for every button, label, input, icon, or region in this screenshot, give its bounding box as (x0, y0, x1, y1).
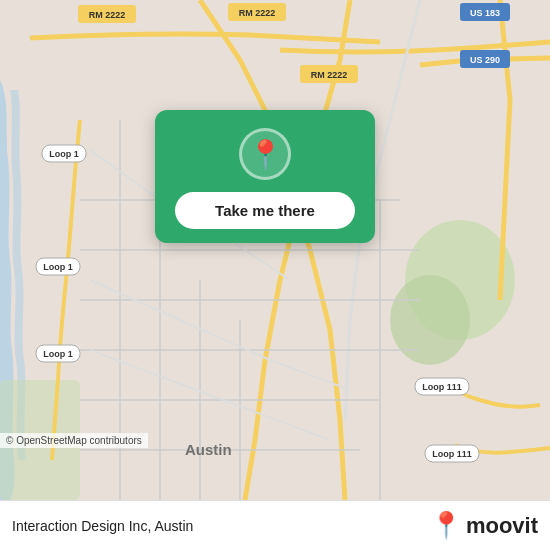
attribution-text: © OpenStreetMap contributors (6, 435, 142, 446)
svg-text:Loop 1: Loop 1 (43, 349, 73, 359)
svg-text:US 290: US 290 (470, 55, 500, 65)
location-pin-icon: 📍 (248, 138, 283, 171)
bottom-bar: Interaction Design Inc, Austin 📍 moovit (0, 500, 550, 550)
svg-point-2 (390, 275, 470, 365)
moovit-logo: 📍 moovit (430, 510, 538, 541)
map-background: RM 2222 RM 2222 RM 2222 US 183 US 290 Lo… (0, 0, 550, 500)
map-attribution: © OpenStreetMap contributors (0, 433, 148, 448)
location-icon-wrap: 📍 (239, 128, 291, 180)
svg-text:Loop 1: Loop 1 (43, 262, 73, 272)
popup-card: 📍 Take me there (155, 110, 375, 243)
svg-text:Loop 111: Loop 111 (422, 382, 462, 392)
svg-text:Loop 111: Loop 111 (432, 449, 472, 459)
svg-text:Austin: Austin (185, 441, 232, 458)
location-name: Interaction Design Inc, Austin (12, 518, 430, 534)
svg-text:RM 2222: RM 2222 (89, 10, 126, 20)
map-container: RM 2222 RM 2222 RM 2222 US 183 US 290 Lo… (0, 0, 550, 500)
svg-text:RM 2222: RM 2222 (311, 70, 348, 80)
svg-text:US 183: US 183 (470, 8, 500, 18)
take-me-there-button[interactable]: Take me there (175, 192, 355, 229)
svg-text:RM 2222: RM 2222 (239, 8, 276, 18)
moovit-pin-icon: 📍 (430, 510, 462, 541)
svg-text:Loop 1: Loop 1 (49, 149, 79, 159)
moovit-logo-text: moovit (466, 513, 538, 539)
